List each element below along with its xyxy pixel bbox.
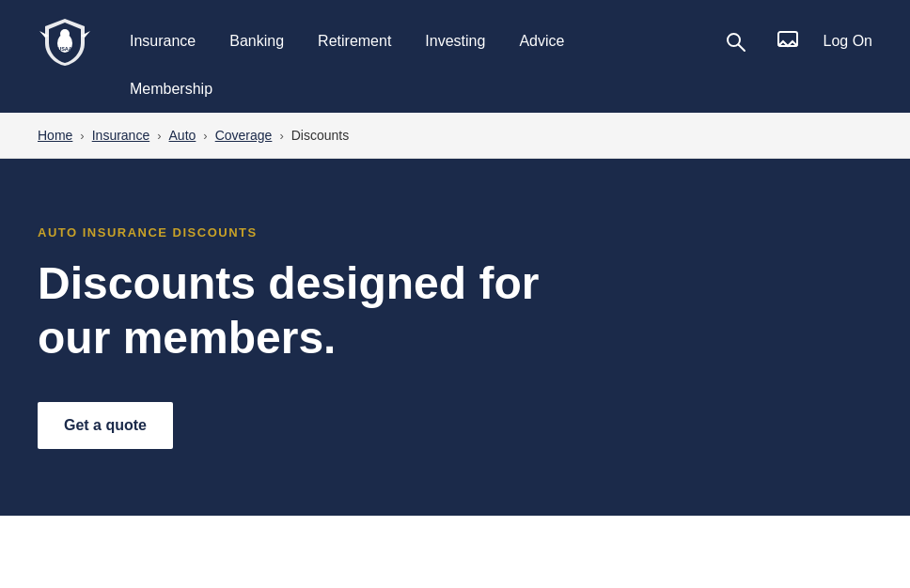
nav-item-retirement[interactable]: Retirement	[318, 33, 391, 50]
header-top: USAA Insurance Banking Retirement Invest…	[38, 0, 872, 66]
log-on-button[interactable]: Log On	[824, 32, 872, 50]
nav-item-advice[interactable]: Advice	[519, 33, 564, 50]
chat-icon	[777, 30, 799, 53]
search-icon	[724, 30, 746, 53]
logo-area: USAA	[38, 17, 92, 66]
hero-eyebrow: AUTO INSURANCE DISCOUNTS	[38, 225, 872, 240]
breadcrumb-separator-3: ›	[203, 129, 207, 143]
hero-title: Discounts designed for our members.	[38, 256, 602, 364]
breadcrumb-auto[interactable]: Auto	[169, 128, 196, 143]
breadcrumb-separator-1: ›	[80, 129, 84, 143]
usaa-logo: USAA	[38, 17, 92, 66]
svg-point-2	[60, 29, 70, 39]
main-navigation: Insurance Banking Retirement Investing A…	[92, 33, 718, 50]
breadcrumb: Home › Insurance › Auto › Coverage › Dis…	[38, 128, 872, 143]
hero-section: AUTO INSURANCE DISCOUNTS Discounts desig…	[0, 159, 910, 516]
breadcrumb-separator-2: ›	[157, 129, 161, 143]
breadcrumb-separator-4: ›	[279, 129, 283, 143]
breadcrumb-coverage[interactable]: Coverage	[215, 128, 273, 143]
get-a-quote-button[interactable]: Get a quote	[38, 402, 173, 449]
nav-item-investing[interactable]: Investing	[425, 33, 485, 50]
breadcrumb-current: Discounts	[291, 128, 349, 143]
svg-line-5	[738, 45, 745, 52]
nav-item-membership[interactable]: Membership	[130, 81, 212, 98]
secondary-navigation: Membership	[130, 81, 872, 98]
header-actions: Log On	[718, 24, 872, 58]
svg-text:USAA: USAA	[57, 46, 72, 52]
breadcrumb-bar: Home › Insurance › Auto › Coverage › Dis…	[0, 113, 910, 159]
breadcrumb-home[interactable]: Home	[38, 128, 72, 143]
nav-item-banking[interactable]: Banking	[229, 33, 284, 50]
search-button[interactable]	[718, 24, 752, 58]
chat-button[interactable]	[771, 24, 805, 58]
nav-item-insurance[interactable]: Insurance	[130, 33, 196, 50]
breadcrumb-insurance[interactable]: Insurance	[92, 128, 149, 143]
header-bottom: Membership	[38, 66, 872, 113]
site-header: USAA Insurance Banking Retirement Invest…	[0, 0, 910, 113]
